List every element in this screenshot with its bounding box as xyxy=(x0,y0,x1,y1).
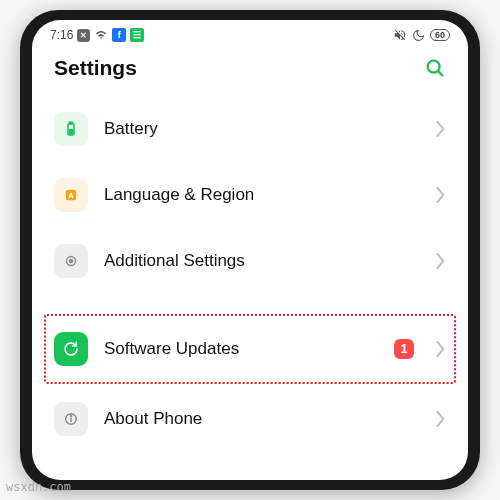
chevron-right-icon xyxy=(436,187,446,203)
language-icon: A xyxy=(54,178,88,212)
phone-frame: 7:16 ✕ f ☰ 60 Settings xyxy=(20,10,480,490)
software-updates-icon xyxy=(54,332,88,366)
row-label: Battery xyxy=(104,119,420,139)
dnd-moon-icon xyxy=(412,29,425,42)
row-battery[interactable]: Battery xyxy=(46,96,454,162)
highlight-annotation: Software Updates 1 xyxy=(44,314,456,384)
facebook-icon: f xyxy=(112,28,126,42)
page-title: Settings xyxy=(54,56,137,80)
additional-settings-icon xyxy=(54,244,88,278)
screen: 7:16 ✕ f ☰ 60 Settings xyxy=(32,20,468,480)
row-label: About Phone xyxy=(104,409,420,429)
watermark: wsxdn.com xyxy=(6,480,71,494)
row-language-region[interactable]: A Language & Region xyxy=(46,162,454,228)
battery-icon xyxy=(54,112,88,146)
close-notification-icon: ✕ xyxy=(77,29,90,42)
status-bar: 7:16 ✕ f ☰ 60 xyxy=(32,20,468,46)
status-right: 60 xyxy=(393,28,450,42)
row-software-updates[interactable]: Software Updates 1 xyxy=(46,316,454,382)
svg-rect-3 xyxy=(70,122,73,124)
status-time: 7:16 xyxy=(50,28,73,42)
page-header: Settings xyxy=(32,46,468,96)
chevron-right-icon xyxy=(436,253,446,269)
svg-line-1 xyxy=(438,71,442,75)
search-icon xyxy=(424,57,446,79)
row-label: Additional Settings xyxy=(104,251,420,271)
chevron-right-icon xyxy=(436,411,446,427)
about-phone-icon xyxy=(54,402,88,436)
chevron-right-icon xyxy=(436,341,446,357)
settings-list: Battery A Language & Region Additional S… xyxy=(32,96,468,452)
update-badge: 1 xyxy=(394,339,414,359)
svg-rect-4 xyxy=(70,130,73,134)
app-notification-icon: ☰ xyxy=(130,28,144,42)
mute-icon xyxy=(393,28,407,42)
svg-text:A: A xyxy=(68,191,74,200)
row-about-phone[interactable]: About Phone xyxy=(46,386,454,452)
svg-point-8 xyxy=(70,260,73,263)
row-additional-settings[interactable]: Additional Settings xyxy=(46,228,454,294)
row-label: Software Updates xyxy=(104,339,378,359)
wifi-icon xyxy=(94,28,108,42)
section-divider xyxy=(46,294,454,312)
status-left: 7:16 ✕ f ☰ xyxy=(50,28,144,42)
search-button[interactable] xyxy=(424,57,446,79)
chevron-right-icon xyxy=(436,121,446,137)
battery-indicator: 60 xyxy=(430,29,450,41)
row-label: Language & Region xyxy=(104,185,420,205)
svg-point-11 xyxy=(70,415,71,416)
